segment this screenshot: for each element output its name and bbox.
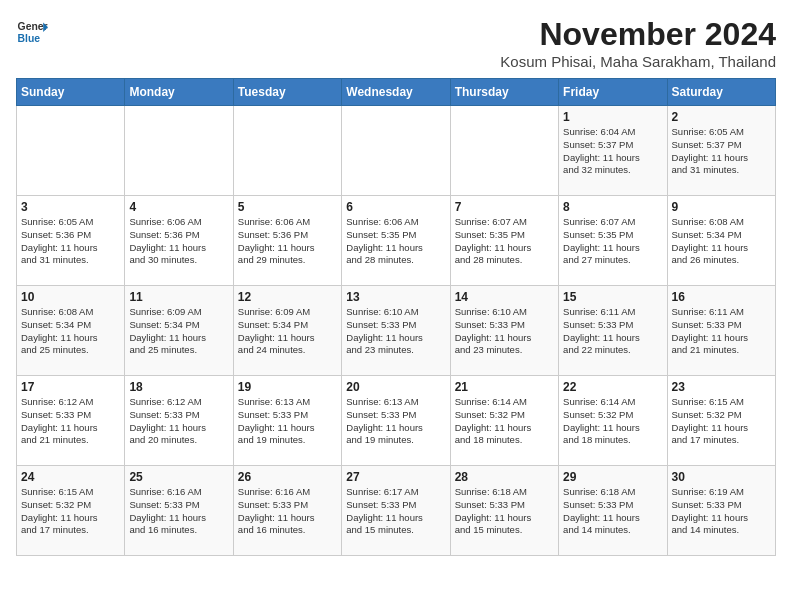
day-info: Sunrise: 6:09 AM Sunset: 5:34 PM Dayligh… (129, 306, 228, 357)
day-number: 20 (346, 380, 445, 394)
calendar-cell: 15Sunrise: 6:11 AM Sunset: 5:33 PM Dayli… (559, 286, 667, 376)
calendar-cell: 25Sunrise: 6:16 AM Sunset: 5:33 PM Dayli… (125, 466, 233, 556)
day-number: 1 (563, 110, 662, 124)
weekday-header-wednesday: Wednesday (342, 79, 450, 106)
day-info: Sunrise: 6:17 AM Sunset: 5:33 PM Dayligh… (346, 486, 445, 537)
weekday-header-thursday: Thursday (450, 79, 558, 106)
calendar-cell: 12Sunrise: 6:09 AM Sunset: 5:34 PM Dayli… (233, 286, 341, 376)
day-info: Sunrise: 6:11 AM Sunset: 5:33 PM Dayligh… (563, 306, 662, 357)
weekday-header-sunday: Sunday (17, 79, 125, 106)
day-number: 13 (346, 290, 445, 304)
day-number: 27 (346, 470, 445, 484)
calendar-cell (233, 106, 341, 196)
title-block: November 2024 Kosum Phisai, Maha Sarakha… (500, 16, 776, 70)
calendar-cell (450, 106, 558, 196)
calendar-cell: 29Sunrise: 6:18 AM Sunset: 5:33 PM Dayli… (559, 466, 667, 556)
calendar-cell: 21Sunrise: 6:14 AM Sunset: 5:32 PM Dayli… (450, 376, 558, 466)
calendar-cell: 16Sunrise: 6:11 AM Sunset: 5:33 PM Dayli… (667, 286, 775, 376)
calendar-cell: 14Sunrise: 6:10 AM Sunset: 5:33 PM Dayli… (450, 286, 558, 376)
calendar-cell: 26Sunrise: 6:16 AM Sunset: 5:33 PM Dayli… (233, 466, 341, 556)
calendar-cell: 22Sunrise: 6:14 AM Sunset: 5:32 PM Dayli… (559, 376, 667, 466)
day-number: 15 (563, 290, 662, 304)
day-info: Sunrise: 6:06 AM Sunset: 5:36 PM Dayligh… (129, 216, 228, 267)
week-row-3: 10Sunrise: 6:08 AM Sunset: 5:34 PM Dayli… (17, 286, 776, 376)
day-number: 19 (238, 380, 337, 394)
weekday-header-tuesday: Tuesday (233, 79, 341, 106)
weekday-header-monday: Monday (125, 79, 233, 106)
calendar-cell (125, 106, 233, 196)
calendar-cell: 9Sunrise: 6:08 AM Sunset: 5:34 PM Daylig… (667, 196, 775, 286)
svg-text:Blue: Blue (18, 33, 41, 44)
day-number: 7 (455, 200, 554, 214)
day-number: 28 (455, 470, 554, 484)
day-number: 17 (21, 380, 120, 394)
calendar-cell: 4Sunrise: 6:06 AM Sunset: 5:36 PM Daylig… (125, 196, 233, 286)
week-row-5: 24Sunrise: 6:15 AM Sunset: 5:32 PM Dayli… (17, 466, 776, 556)
calendar-cell (17, 106, 125, 196)
weekday-header-saturday: Saturday (667, 79, 775, 106)
day-info: Sunrise: 6:16 AM Sunset: 5:33 PM Dayligh… (238, 486, 337, 537)
logo: General Blue (16, 16, 48, 48)
day-info: Sunrise: 6:10 AM Sunset: 5:33 PM Dayligh… (455, 306, 554, 357)
day-number: 23 (672, 380, 771, 394)
week-row-1: 1Sunrise: 6:04 AM Sunset: 5:37 PM Daylig… (17, 106, 776, 196)
day-number: 9 (672, 200, 771, 214)
day-info: Sunrise: 6:08 AM Sunset: 5:34 PM Dayligh… (21, 306, 120, 357)
calendar-table: SundayMondayTuesdayWednesdayThursdayFrid… (16, 78, 776, 556)
day-info: Sunrise: 6:15 AM Sunset: 5:32 PM Dayligh… (672, 396, 771, 447)
calendar-cell: 28Sunrise: 6:18 AM Sunset: 5:33 PM Dayli… (450, 466, 558, 556)
day-number: 22 (563, 380, 662, 394)
calendar-cell: 20Sunrise: 6:13 AM Sunset: 5:33 PM Dayli… (342, 376, 450, 466)
day-number: 24 (21, 470, 120, 484)
day-info: Sunrise: 6:18 AM Sunset: 5:33 PM Dayligh… (563, 486, 662, 537)
day-number: 29 (563, 470, 662, 484)
calendar-cell: 7Sunrise: 6:07 AM Sunset: 5:35 PM Daylig… (450, 196, 558, 286)
day-info: Sunrise: 6:05 AM Sunset: 5:36 PM Dayligh… (21, 216, 120, 267)
day-info: Sunrise: 6:08 AM Sunset: 5:34 PM Dayligh… (672, 216, 771, 267)
calendar-cell: 1Sunrise: 6:04 AM Sunset: 5:37 PM Daylig… (559, 106, 667, 196)
day-number: 11 (129, 290, 228, 304)
day-info: Sunrise: 6:09 AM Sunset: 5:34 PM Dayligh… (238, 306, 337, 357)
day-info: Sunrise: 6:19 AM Sunset: 5:33 PM Dayligh… (672, 486, 771, 537)
calendar-cell: 2Sunrise: 6:05 AM Sunset: 5:37 PM Daylig… (667, 106, 775, 196)
day-number: 12 (238, 290, 337, 304)
calendar-cell: 18Sunrise: 6:12 AM Sunset: 5:33 PM Dayli… (125, 376, 233, 466)
day-number: 10 (21, 290, 120, 304)
day-number: 8 (563, 200, 662, 214)
day-number: 14 (455, 290, 554, 304)
day-number: 26 (238, 470, 337, 484)
week-row-4: 17Sunrise: 6:12 AM Sunset: 5:33 PM Dayli… (17, 376, 776, 466)
day-info: Sunrise: 6:14 AM Sunset: 5:32 PM Dayligh… (563, 396, 662, 447)
calendar-cell: 3Sunrise: 6:05 AM Sunset: 5:36 PM Daylig… (17, 196, 125, 286)
calendar-cell: 13Sunrise: 6:10 AM Sunset: 5:33 PM Dayli… (342, 286, 450, 376)
day-info: Sunrise: 6:14 AM Sunset: 5:32 PM Dayligh… (455, 396, 554, 447)
day-info: Sunrise: 6:04 AM Sunset: 5:37 PM Dayligh… (563, 126, 662, 177)
calendar-cell (342, 106, 450, 196)
day-number: 5 (238, 200, 337, 214)
day-info: Sunrise: 6:11 AM Sunset: 5:33 PM Dayligh… (672, 306, 771, 357)
day-info: Sunrise: 6:07 AM Sunset: 5:35 PM Dayligh… (455, 216, 554, 267)
day-info: Sunrise: 6:12 AM Sunset: 5:33 PM Dayligh… (21, 396, 120, 447)
weekday-header-friday: Friday (559, 79, 667, 106)
calendar-cell: 10Sunrise: 6:08 AM Sunset: 5:34 PM Dayli… (17, 286, 125, 376)
day-number: 25 (129, 470, 228, 484)
day-info: Sunrise: 6:13 AM Sunset: 5:33 PM Dayligh… (238, 396, 337, 447)
day-number: 16 (672, 290, 771, 304)
calendar-cell: 24Sunrise: 6:15 AM Sunset: 5:32 PM Dayli… (17, 466, 125, 556)
day-number: 2 (672, 110, 771, 124)
day-info: Sunrise: 6:06 AM Sunset: 5:35 PM Dayligh… (346, 216, 445, 267)
day-number: 18 (129, 380, 228, 394)
day-info: Sunrise: 6:06 AM Sunset: 5:36 PM Dayligh… (238, 216, 337, 267)
weekday-header-row: SundayMondayTuesdayWednesdayThursdayFrid… (17, 79, 776, 106)
logo-icon: General Blue (16, 16, 48, 48)
calendar-cell: 6Sunrise: 6:06 AM Sunset: 5:35 PM Daylig… (342, 196, 450, 286)
calendar-cell: 19Sunrise: 6:13 AM Sunset: 5:33 PM Dayli… (233, 376, 341, 466)
day-info: Sunrise: 6:10 AM Sunset: 5:33 PM Dayligh… (346, 306, 445, 357)
week-row-2: 3Sunrise: 6:05 AM Sunset: 5:36 PM Daylig… (17, 196, 776, 286)
calendar-cell: 11Sunrise: 6:09 AM Sunset: 5:34 PM Dayli… (125, 286, 233, 376)
calendar-cell: 17Sunrise: 6:12 AM Sunset: 5:33 PM Dayli… (17, 376, 125, 466)
day-info: Sunrise: 6:18 AM Sunset: 5:33 PM Dayligh… (455, 486, 554, 537)
day-info: Sunrise: 6:05 AM Sunset: 5:37 PM Dayligh… (672, 126, 771, 177)
day-info: Sunrise: 6:12 AM Sunset: 5:33 PM Dayligh… (129, 396, 228, 447)
calendar-cell: 5Sunrise: 6:06 AM Sunset: 5:36 PM Daylig… (233, 196, 341, 286)
